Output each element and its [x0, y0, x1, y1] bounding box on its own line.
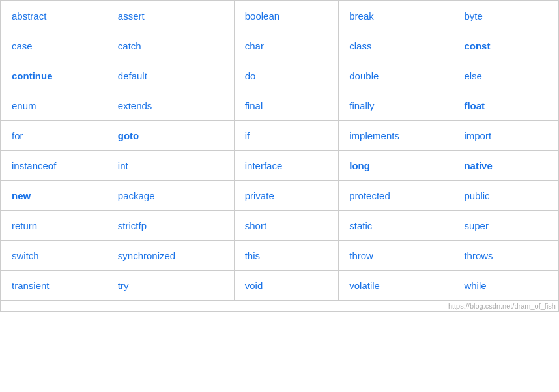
keyword-cell: goto [107, 121, 234, 151]
keyword-cell: byte [453, 1, 558, 31]
keywords-table: abstractassertbooleanbreakbytecasecatchc… [0, 0, 559, 312]
keyword-cell: if [234, 121, 339, 151]
keyword-cell: return [1, 211, 108, 241]
keyword-cell: strictfp [107, 211, 234, 241]
keyword-cell: protected [339, 181, 453, 211]
keyword-cell: private [234, 181, 339, 211]
keyword-cell: assert [107, 1, 234, 31]
keyword-cell: default [107, 61, 234, 91]
keyword-cell: do [234, 61, 339, 91]
table-row: continuedefaultdodoubleelse [1, 61, 558, 91]
table-row: abstractassertbooleanbreakbyte [1, 1, 558, 31]
keyword-cell: interface [234, 151, 339, 181]
keyword-cell: new [1, 181, 108, 211]
keyword-cell: float [453, 91, 558, 121]
keyword-cell: static [339, 211, 453, 241]
keyword-cell: implements [339, 121, 453, 151]
keyword-cell: while [453, 271, 558, 301]
keyword-cell: catch [107, 31, 234, 61]
keyword-cell: enum [1, 91, 108, 121]
keyword-cell: void [234, 271, 339, 301]
keyword-cell: boolean [234, 1, 339, 31]
keyword-cell: abstract [1, 1, 108, 31]
table-row: switchsynchronizedthisthrowthrows [1, 241, 558, 271]
watermark: https://blog.csdn.net/dram_of_fish [1, 301, 558, 311]
keyword-cell: volatile [339, 271, 453, 301]
table-row: forgotoifimplementsimport [1, 121, 558, 151]
keyword-cell: for [1, 121, 108, 151]
keyword-cell: synchronized [107, 241, 234, 271]
keyword-cell: finally [339, 91, 453, 121]
table-row: instanceofintinterfacelongnative [1, 151, 558, 181]
keyword-cell: super [453, 211, 558, 241]
keyword-cell: int [107, 151, 234, 181]
keyword-cell: char [234, 31, 339, 61]
keyword-cell: short [234, 211, 339, 241]
keyword-cell: continue [1, 61, 108, 91]
keyword-cell: switch [1, 241, 108, 271]
keyword-cell: double [339, 61, 453, 91]
keyword-cell: break [339, 1, 453, 31]
keyword-cell: import [453, 121, 558, 151]
table-row: newpackageprivateprotectedpublic [1, 181, 558, 211]
keyword-cell: try [107, 271, 234, 301]
keyword-cell: case [1, 31, 108, 61]
keyword-cell: public [453, 181, 558, 211]
keyword-cell: class [339, 31, 453, 61]
keyword-cell: extends [107, 91, 234, 121]
table-row: returnstrictfpshortstaticsuper [1, 211, 558, 241]
keyword-cell: const [453, 31, 558, 61]
keyword-cell: this [234, 241, 339, 271]
keyword-cell: long [339, 151, 453, 181]
table-row: enumextendsfinalfinallyfloat [1, 91, 558, 121]
keyword-cell: native [453, 151, 558, 181]
table-row: transienttryvoidvolatilewhile [1, 271, 558, 301]
keyword-cell: transient [1, 271, 108, 301]
keyword-cell: throw [339, 241, 453, 271]
keyword-cell: package [107, 181, 234, 211]
keyword-cell: throws [453, 241, 558, 271]
keyword-cell: else [453, 61, 558, 91]
table-row: casecatchcharclassconst [1, 31, 558, 61]
keyword-cell: final [234, 91, 339, 121]
keyword-cell: instanceof [1, 151, 108, 181]
